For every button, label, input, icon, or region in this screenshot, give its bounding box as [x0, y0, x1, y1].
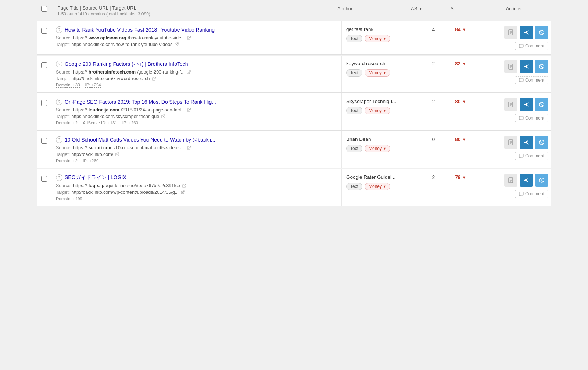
- row-title[interactable]: On-Page SEO Factors 2019: Top 16 Most Do…: [65, 99, 216, 105]
- tag-money-chevron: ▼: [383, 185, 386, 188]
- document-button[interactable]: [504, 174, 517, 187]
- ban-button[interactable]: [535, 60, 548, 73]
- row-meta: Domain: +2AdSense ID: +131IP: +260: [56, 121, 337, 125]
- send-button[interactable]: [520, 26, 533, 39]
- help-icon[interactable]: ?: [56, 174, 62, 181]
- comment-button[interactable]: Comment: [515, 152, 548, 160]
- meta-item[interactable]: IP: +260: [122, 121, 138, 125]
- tag-money[interactable]: Money ▼: [365, 183, 390, 190]
- action-buttons: [504, 98, 548, 111]
- row-checkbox-4[interactable]: [41, 176, 47, 182]
- table-row: ? 10 Old School Matt Cutts Videos You Ne…: [37, 131, 551, 168]
- comment-button[interactable]: Comment: [515, 42, 548, 50]
- tag-money[interactable]: Money ▼: [365, 145, 390, 152]
- meta-item[interactable]: Domain: +2: [56, 159, 78, 163]
- source-domain: seopti.com: [89, 145, 113, 150]
- anchor-text: Skyscraper Techniqu...: [346, 99, 410, 104]
- table-row: ? On-Page SEO Factors 2019: Top 16 Most …: [37, 93, 551, 131]
- tag-text[interactable]: Text: [346, 107, 362, 114]
- row-anchor-col: get fast rank Text Money ▼: [342, 21, 415, 54]
- ts-chevron[interactable]: ▼: [462, 175, 466, 179]
- source-external-icon[interactable]: [186, 107, 191, 113]
- target-external-icon[interactable]: [115, 152, 120, 157]
- help-icon[interactable]: ?: [56, 26, 62, 33]
- target-external-icon[interactable]: [180, 190, 185, 195]
- target-url: https://backlinko.com/skyscraper-techniq…: [71, 114, 159, 119]
- target-url-line: Target: http://backlinko.com/keyword-res…: [56, 76, 337, 81]
- source-url-line: Source: https://www.apksom.org/how-to-ra…: [56, 35, 337, 40]
- send-button[interactable]: [520, 98, 533, 111]
- tag-row: Text Money ▼: [346, 35, 410, 42]
- source-label: Source:: [56, 35, 72, 40]
- svg-rect-20: [519, 116, 523, 120]
- row-checkbox-1[interactable]: [41, 62, 47, 68]
- comment-label: Comment: [525, 78, 544, 83]
- document-button[interactable]: [504, 98, 517, 111]
- svg-line-5: [540, 31, 544, 34]
- as-sort-icon[interactable]: ▼: [419, 7, 422, 11]
- ban-button[interactable]: [535, 174, 548, 187]
- help-icon[interactable]: ?: [56, 61, 62, 67]
- row-checkbox-3[interactable]: [41, 138, 47, 144]
- meta-item[interactable]: AdSense ID: +131: [83, 121, 117, 125]
- document-button[interactable]: [504, 60, 517, 73]
- tag-money[interactable]: Money ▼: [365, 107, 390, 114]
- target-url: http://backlinko.com/keyword-research: [71, 76, 150, 81]
- source-external-icon[interactable]: [186, 70, 191, 75]
- header-as-col: AS ▼: [411, 5, 448, 11]
- target-external-icon[interactable]: [161, 114, 166, 119]
- ts-value: 80: [455, 99, 461, 104]
- meta-item[interactable]: Domain: +2: [56, 121, 78, 125]
- ts-chevron[interactable]: ▼: [462, 27, 466, 32]
- comment-button[interactable]: Comment: [515, 114, 548, 122]
- document-button[interactable]: [504, 136, 517, 149]
- document-button[interactable]: [504, 26, 517, 39]
- help-icon[interactable]: ?: [56, 99, 62, 105]
- target-label: Target:: [56, 42, 70, 47]
- ban-button[interactable]: [535, 26, 548, 39]
- source-external-icon[interactable]: [186, 145, 191, 150]
- row-ts-col: 79 ▼: [452, 169, 485, 206]
- row-checkbox-2[interactable]: [41, 100, 47, 106]
- meta-item[interactable]: Domain: +499: [56, 196, 82, 201]
- row-checkbox-0[interactable]: [41, 28, 47, 34]
- row-title[interactable]: How to Rank YouTube Videos Fast 2018 | Y…: [65, 27, 215, 33]
- tag-money-chevron: ▼: [383, 147, 386, 150]
- tag-text[interactable]: Text: [346, 183, 362, 190]
- comment-button[interactable]: Comment: [515, 76, 548, 84]
- row-actions-col: Comment: [485, 169, 551, 206]
- row-title[interactable]: Google 200 Ranking Factors (বাংলা) | Bro…: [65, 61, 188, 67]
- comment-button[interactable]: Comment: [515, 190, 548, 198]
- send-button[interactable]: [520, 60, 533, 73]
- svg-line-19: [540, 103, 544, 106]
- select-all-checkbox[interactable]: [41, 6, 47, 12]
- header-anchor-col: Anchor: [337, 5, 411, 11]
- ban-button[interactable]: [535, 136, 548, 149]
- tag-text[interactable]: Text: [346, 35, 362, 42]
- target-external-icon[interactable]: [174, 42, 179, 47]
- tag-text[interactable]: Text: [346, 69, 362, 77]
- tag-money[interactable]: Money ▼: [365, 35, 390, 42]
- ts-chevron[interactable]: ▼: [462, 61, 466, 66]
- row-title[interactable]: SEOガイドライン | LOGIX: [65, 174, 126, 181]
- ts-chevron[interactable]: ▼: [462, 137, 466, 142]
- target-external-icon[interactable]: [151, 76, 157, 81]
- ts-value: 80: [455, 136, 461, 142]
- send-button[interactable]: [520, 174, 533, 187]
- ts-chevron[interactable]: ▼: [462, 99, 466, 104]
- rows-container: ? How to Rank YouTube Videos Fast 2018 |…: [37, 21, 551, 206]
- ban-button[interactable]: [535, 98, 548, 111]
- meta-item[interactable]: IP: +260: [83, 159, 98, 163]
- help-icon[interactable]: ?: [56, 136, 62, 143]
- tag-text[interactable]: Text: [346, 145, 362, 152]
- row-as-col: 2: [415, 93, 452, 130]
- meta-item[interactable]: IP: +254: [85, 83, 101, 87]
- source-external-icon[interactable]: [186, 35, 191, 40]
- tag-money[interactable]: Money ▼: [365, 69, 390, 77]
- row-title[interactable]: 10 Old School Matt Cutts Videos You Need…: [65, 137, 215, 143]
- meta-item[interactable]: Domain: +33: [56, 83, 80, 87]
- send-button[interactable]: [520, 136, 533, 149]
- source-domain: brothersinfotech.com: [89, 70, 136, 75]
- source-external-icon[interactable]: [182, 183, 187, 188]
- row-checkbox-cell: [37, 93, 53, 130]
